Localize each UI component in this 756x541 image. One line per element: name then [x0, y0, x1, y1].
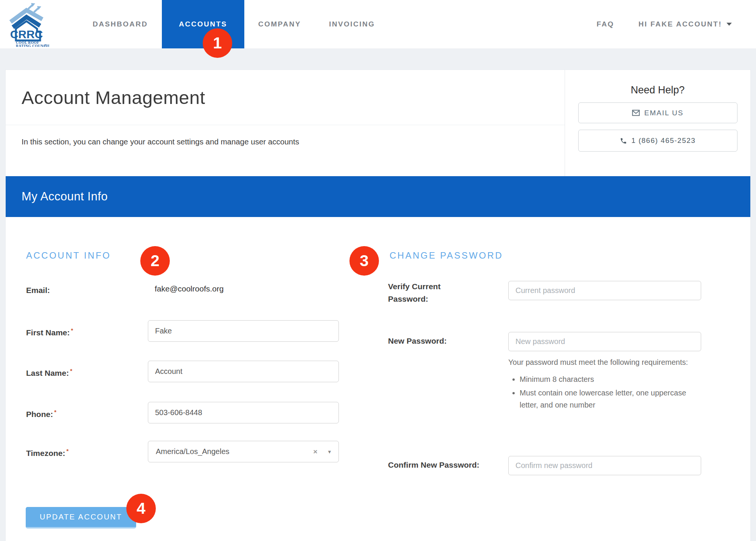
password-requirement-item: Must contain one lowercase letter, one u… — [520, 387, 690, 411]
last-name-label-text: Last Name: — [26, 369, 69, 377]
password-requirements-list: Minimum 8 characters Must contain one lo… — [508, 373, 690, 411]
timezone-label: Timezone:* — [26, 446, 68, 460]
user-menu-caret-icon — [727, 23, 732, 26]
page-title: Account Management — [22, 87, 205, 108]
primary-nav: DASHBOARD ACCOUNTS COMPANY INVOICING — [79, 0, 389, 48]
nav-item-company[interactable]: COMPANY — [244, 0, 315, 48]
annotation-badge-4: 4 — [126, 494, 156, 523]
crrc-logo[interactable]: CRRC COOL ROOF RATING COUNCIL ® — [5, 2, 50, 47]
title-and-subtitle: Account Management In this section, you … — [6, 70, 565, 176]
current-password-input[interactable] — [508, 281, 701, 300]
my-account-info-title: My Account Info — [22, 190, 108, 203]
phone-button[interactable]: 1 (866) 465-2523 — [578, 130, 737, 152]
email-label: Email: — [26, 284, 50, 297]
last-name-label: Last Name:* — [26, 366, 72, 380]
timezone-label-text: Timezone: — [26, 449, 65, 457]
change-password-heading: CHANGE PASSWORD — [390, 250, 503, 261]
password-requirements-intro: Your password must meet the following re… — [508, 356, 690, 368]
email-label-text: Email: — [26, 286, 50, 295]
email-value: fake@coolroofs.org — [155, 284, 224, 293]
account-info-heading: ACCOUNT INFO — [26, 250, 111, 261]
required-asterisk: * — [66, 448, 68, 454]
timezone-selected-value: America/Los_Angeles — [156, 447, 313, 456]
clear-selection-icon[interactable]: × — [313, 448, 317, 456]
my-account-info-bar: My Account Info — [6, 176, 750, 217]
required-asterisk: * — [54, 409, 56, 415]
account-management-card: Account Management In this section, you … — [5, 70, 751, 541]
email-us-label: EMAIL US — [644, 109, 684, 117]
phone-label: Phone:* — [26, 408, 56, 421]
nav-item-invoicing[interactable]: INVOICING — [315, 0, 389, 48]
new-password-label: New Password: — [388, 335, 494, 347]
first-name-label: First Name:* — [26, 326, 73, 339]
required-asterisk: * — [71, 327, 73, 333]
need-help-title: Need Help? — [565, 84, 750, 96]
user-menu[interactable]: HI FAKE ACCOUNT! — [638, 20, 732, 28]
card-header-section: Account Management In this section, you … — [6, 70, 750, 176]
need-help-panel: Need Help? EMAIL US 1 (866) 465-2523 — [565, 70, 750, 176]
user-menu-label: HI FAKE ACCOUNT! — [638, 20, 722, 28]
confirm-password-label: Confirm New Password: — [388, 459, 501, 471]
phone-input[interactable] — [148, 402, 339, 423]
title-block: Account Management — [6, 70, 565, 125]
chevron-down-icon[interactable]: ▾ — [328, 448, 331, 455]
phone-number-label: 1 (866) 465-2523 — [632, 136, 696, 145]
update-account-button[interactable]: UPDATE ACCOUNT — [26, 507, 136, 529]
annotation-badge-2: 2 — [140, 246, 170, 276]
timezone-select[interactable]: America/Los_Angeles × ▾ — [148, 441, 339, 462]
phone-label-text: Phone: — [26, 410, 53, 419]
new-password-input[interactable] — [508, 332, 701, 351]
password-requirements: Your password must meet the following re… — [508, 356, 690, 412]
top-navigation-bar: CRRC COOL ROOF RATING COUNCIL ® DASHBOAR… — [0, 0, 756, 48]
password-requirement-item: Minimum 8 characters — [520, 373, 690, 385]
nav-item-dashboard[interactable]: DASHBOARD — [79, 0, 162, 48]
account-management-page: CRRC COOL ROOF RATING COUNCIL ® DASHBOAR… — [0, 0, 756, 541]
registered-trademark-icon: ® — [44, 43, 47, 47]
first-name-input[interactable] — [148, 320, 339, 342]
phone-icon — [620, 137, 627, 144]
envelope-icon — [632, 110, 640, 116]
logo-arrow-icon — [28, 5, 33, 9]
header-right-nav: FAQ HI FAKE ACCOUNT! — [597, 20, 756, 28]
first-name-label-text: First Name: — [26, 328, 70, 337]
confirm-password-input[interactable] — [508, 456, 701, 475]
last-name-input[interactable] — [148, 361, 339, 382]
logo-arrow-icon — [34, 8, 39, 12]
page-subtitle: In this section, you can change your acc… — [6, 125, 565, 158]
annotation-badge-1: 1 — [203, 28, 232, 58]
required-asterisk: * — [70, 367, 72, 374]
logo-abbr: CRRC — [10, 28, 43, 40]
nav-item-faq[interactable]: FAQ — [597, 20, 615, 28]
annotation-badge-3: 3 — [349, 246, 379, 276]
email-us-button[interactable]: EMAIL US — [578, 102, 737, 123]
current-password-label: Verify Current Password: — [388, 281, 483, 305]
